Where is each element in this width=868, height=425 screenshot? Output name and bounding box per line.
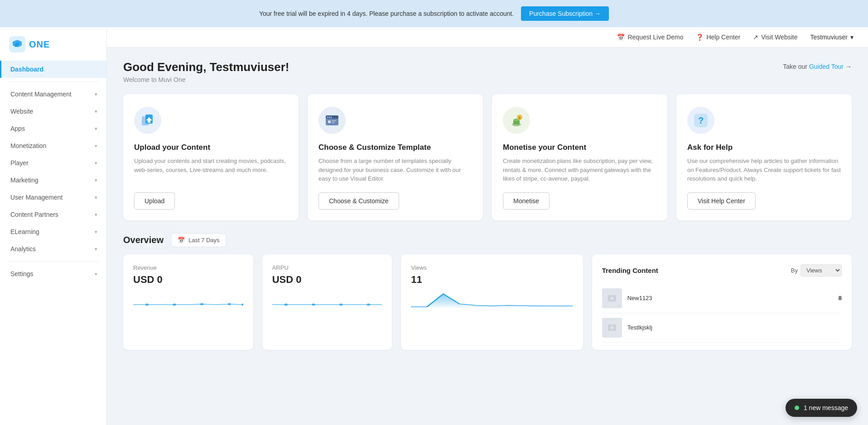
header-bar: 📅 Request Live Demo ❓ Help Center ↗ Visi… [107, 27, 868, 48]
trending-filter: By Views Revenue [791, 264, 842, 277]
sidebar-divider-1 [7, 81, 99, 82]
trending-item-name-2: Testlkjsklj [627, 324, 836, 331]
svg-point-23 [228, 303, 231, 305]
request-demo-link[interactable]: 📅 Request Live Demo [617, 33, 683, 41]
question-icon: ❓ [696, 33, 704, 41]
chat-label: 1 new message [804, 404, 848, 411]
sidebar-item-user-management[interactable]: User Management ▾ [0, 189, 106, 206]
help-center-link[interactable]: ❓ Help Center [696, 33, 740, 41]
svg-point-11 [329, 117, 330, 118]
svg-point-24 [241, 303, 243, 306]
chevron-down-icon: ▾ [850, 33, 854, 41]
arpu-chart [272, 291, 382, 308]
banner-text: Your free trial will be expired in 4 day… [259, 10, 514, 17]
arpu-value: USD 0 [272, 274, 382, 286]
trending-filter-select[interactable]: Views Revenue [800, 264, 842, 277]
svg-text:?: ? [698, 115, 704, 125]
sidebar-item-content-partners[interactable]: Content Partners ▾ [0, 206, 106, 223]
svg-rect-9 [332, 122, 335, 123]
username-label: Testmuviuser [810, 33, 848, 41]
date-filter-label: Last 7 Days [188, 237, 220, 244]
overview-header: Overview 📅 Last 7 Days [123, 233, 852, 247]
sidebar-item-label: Apps [10, 125, 25, 132]
sidebar-item-dashboard[interactable]: Dashboard [0, 61, 106, 78]
visit-website-link[interactable]: ↗ Visit Website [753, 33, 797, 41]
date-filter-button[interactable]: 📅 Last 7 Days [171, 233, 227, 247]
svg-point-27 [339, 303, 343, 306]
sidebar-item-player[interactable]: Player ▾ [0, 154, 106, 172]
trending-title: Trending Content [602, 267, 658, 274]
sidebar-item-label: Analytics [10, 245, 36, 253]
revenue-stat-card: Revenue USD 0 [123, 254, 253, 350]
chevron-down-icon: ▾ [95, 109, 97, 115]
external-link-icon: ↗ [753, 33, 758, 41]
visit-help-center-button[interactable]: Visit Help Center [687, 192, 756, 210]
request-demo-label: Request Live Demo [627, 33, 683, 41]
ask-help-card: ? Ask for Help Use our comprehensive hel… [676, 94, 852, 220]
trending-item-name-1: New1123 [627, 295, 833, 301]
choose-customize-card: Choose & Customize Template Choose from … [308, 94, 483, 220]
sidebar-item-label: Content Partners [10, 211, 58, 218]
purchase-subscription-button[interactable]: Purchase Subscription → [521, 6, 609, 21]
customize-card-title: Choose & Customize Template [318, 143, 472, 152]
views-chart [411, 291, 573, 308]
sidebar-item-analytics[interactable]: Analytics ▾ [0, 240, 106, 258]
logo-text: ONE [29, 39, 50, 50]
views-stat-card: Views 11 [401, 254, 583, 350]
upload-button[interactable]: Upload [134, 192, 175, 210]
customize-card-desc: Choose from a large number of templates … [318, 157, 472, 183]
svg-point-10 [327, 117, 328, 118]
upload-card-desc: Upload your contents and start creating … [134, 157, 288, 183]
sidebar-item-label: User Management [10, 194, 63, 201]
sidebar-nav: Dashboard Content Management ▾ Website ▾… [0, 57, 106, 425]
sidebar-item-label: Marketing [10, 177, 38, 184]
sidebar-item-apps[interactable]: Apps ▾ [0, 120, 106, 137]
svg-point-12 [331, 117, 332, 118]
sidebar-item-settings[interactable]: Settings ▾ [0, 265, 106, 282]
sidebar-item-monetization[interactable]: Monetization ▾ [0, 137, 106, 154]
calendar-icon: 📅 [178, 237, 185, 244]
chevron-down-icon: ▾ [95, 143, 97, 149]
cards-row: Upload your Content Upload your contents… [123, 94, 852, 220]
trending-thumb-1 [602, 288, 622, 308]
sidebar-item-label: ELearning [10, 228, 39, 235]
trending-item-new1123: New1123 8 [602, 284, 842, 313]
main-content: Good Evening, Testmuviuser! Welcome to M… [107, 48, 868, 425]
monetise-button[interactable]: Monetise [503, 192, 550, 210]
sidebar: ONE Dashboard Content Management ▾ Websi… [0, 27, 107, 425]
help-icon: ? [687, 107, 714, 134]
svg-point-20 [145, 303, 149, 306]
views-value: 11 [411, 274, 573, 286]
upload-content-card: Upload your Content Upload your contents… [123, 94, 299, 220]
sidebar-item-label: Settings [10, 270, 34, 277]
svg-text:$: $ [519, 116, 521, 120]
svg-rect-7 [328, 120, 331, 123]
help-center-label: Help Center [706, 33, 740, 41]
sidebar-item-content-management[interactable]: Content Management ▾ [0, 86, 106, 103]
user-menu[interactable]: Testmuviuser ▾ [810, 33, 854, 41]
monetise-card-title: Monetise your Content [503, 143, 656, 152]
sidebar-item-label: Dashboard [10, 66, 43, 73]
monetise-icon: $ [503, 107, 530, 134]
sidebar-item-marketing[interactable]: Marketing ▾ [0, 172, 106, 189]
logo: ONE [0, 27, 106, 57]
svg-point-26 [312, 303, 315, 306]
sidebar-item-website[interactable]: Website ▾ [0, 103, 106, 120]
guided-tour-prefix: Take our [783, 63, 807, 70]
calendar-icon: 📅 [617, 33, 625, 41]
chat-bubble[interactable]: 1 new message [786, 399, 857, 417]
sidebar-item-label: Player [10, 159, 29, 167]
choose-customize-button[interactable]: Choose & Customize [318, 192, 399, 210]
arpu-label: ARPU [272, 264, 382, 271]
upload-icon [134, 107, 161, 134]
guided-tour-link[interactable]: Guided Tour [809, 63, 844, 70]
guided-tour-suffix: → [845, 63, 852, 70]
chevron-down-icon: ▾ [95, 160, 97, 166]
trending-content-card: Trending Content By Views Revenue [592, 254, 852, 350]
guided-tour: Take our Guided Tour → [783, 63, 852, 70]
svg-point-25 [284, 303, 288, 306]
help-card-title: Ask for Help [687, 143, 841, 152]
greeting-title: Good Evening, Testmuviuser! [123, 60, 289, 74]
stats-row: Revenue USD 0 [123, 254, 852, 350]
sidebar-item-elearning[interactable]: ELearning ▾ [0, 223, 106, 240]
